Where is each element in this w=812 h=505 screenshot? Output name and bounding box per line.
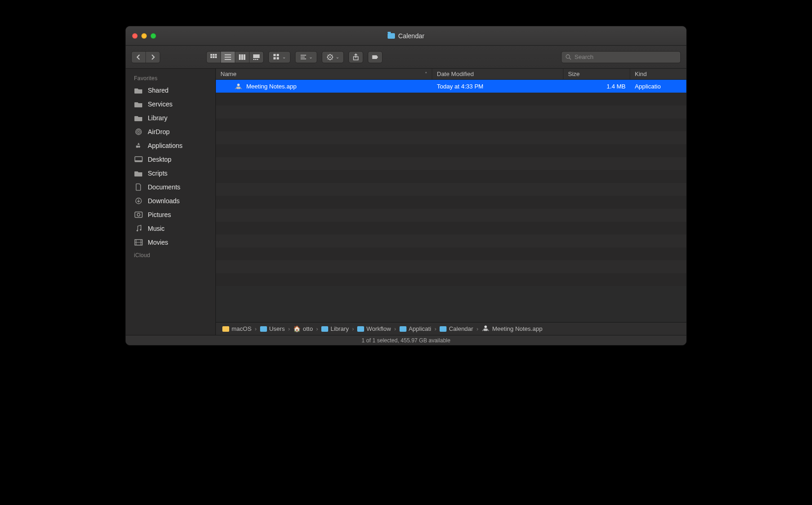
sidebar-item-library[interactable]: Library	[126, 111, 215, 125]
path-label: Workflow	[366, 325, 391, 332]
path-label: Users	[269, 325, 285, 332]
sidebar-item-label: Services	[148, 100, 173, 108]
sidebar-item-label: Library	[148, 114, 168, 122]
action-button[interactable]: ⌄	[322, 52, 343, 63]
svg-point-26	[566, 54, 570, 58]
list-view-button[interactable]	[221, 52, 235, 63]
svg-rect-6	[225, 54, 231, 55]
file-size-cell: 1.4 MB	[563, 80, 630, 93]
tags-button[interactable]	[368, 52, 382, 63]
column-label: Date Modified	[437, 70, 474, 77]
folder-icon	[134, 87, 143, 94]
path-bar[interactable]: macOS›Users›🏠otto›Library›Workflow›Appli…	[216, 322, 686, 335]
svg-point-29	[138, 131, 139, 133]
search-input[interactable]	[574, 53, 677, 60]
close-button[interactable]	[132, 33, 138, 39]
desktop-icon	[134, 156, 143, 163]
file-kind-cell: Applicatio	[630, 80, 686, 93]
sidebar-item-music[interactable]: Music	[126, 222, 215, 235]
empty-row	[216, 144, 686, 157]
empty-row	[216, 260, 686, 273]
sidebar-item-applications[interactable]: Applications	[126, 139, 215, 153]
path-segment[interactable]: Workflow	[357, 325, 391, 332]
path-label: Calendar	[449, 325, 473, 332]
pictures-icon	[134, 211, 143, 218]
path-label: otto	[303, 325, 313, 332]
gallery-view-button[interactable]	[249, 52, 263, 63]
svg-rect-10	[241, 54, 243, 60]
column-view-button[interactable]	[235, 52, 249, 63]
folder-icon	[134, 100, 143, 108]
column-label: Kind	[635, 70, 647, 77]
sidebar-item-airdrop[interactable]: AirDrop	[126, 125, 215, 139]
column-header-kind[interactable]: Kind	[630, 69, 686, 79]
minimize-button[interactable]	[141, 33, 147, 39]
file-date-cell: Today at 4:33 PM	[432, 80, 563, 93]
empty-row	[216, 118, 686, 131]
svg-rect-3	[210, 56, 212, 58]
empty-row	[216, 209, 686, 222]
sidebar[interactable]: FavoritesSharedServicesLibraryAirDropApp…	[126, 69, 216, 335]
svg-point-34	[137, 213, 140, 216]
path-label: Applicati	[409, 325, 431, 332]
path-segment[interactable]: Meeting Notes.app	[481, 324, 542, 334]
forward-button[interactable]	[146, 52, 160, 63]
svg-rect-12	[253, 54, 260, 58]
folder-icon	[440, 326, 447, 332]
svg-rect-15	[257, 59, 258, 60]
tags-button-group	[368, 51, 383, 63]
column-header-name[interactable]: Name ˄	[216, 69, 432, 79]
svg-rect-13	[253, 59, 255, 60]
finder-window: Calendar	[125, 26, 687, 346]
fullscreen-button[interactable]	[151, 33, 156, 39]
folder-icon	[260, 326, 267, 332]
search-field[interactable]	[561, 51, 681, 63]
path-segment[interactable]: 🏠otto	[293, 325, 313, 332]
status-text: 1 of 1 selected, 455.97 GB available	[362, 337, 451, 344]
empty-row	[216, 273, 686, 286]
empty-row	[216, 131, 686, 144]
downloads-icon	[134, 197, 143, 205]
sidebar-item-scripts[interactable]: Scripts	[126, 166, 215, 180]
sidebar-item-shared[interactable]: Shared	[126, 83, 215, 97]
action-button-group: ⌄	[322, 51, 344, 63]
sidebar-item-pictures[interactable]: Pictures	[126, 208, 215, 222]
empty-row	[216, 235, 686, 247]
arrange-button[interactable]: ⌄	[296, 52, 317, 63]
sidebar-item-downloads[interactable]: Downloads	[126, 194, 215, 208]
svg-rect-14	[255, 59, 256, 60]
svg-rect-2	[215, 54, 217, 56]
path-segment[interactable]: Applicati	[400, 325, 431, 332]
path-segment[interactable]: Users	[260, 325, 285, 332]
sidebar-item-movies[interactable]: Movies	[126, 235, 215, 249]
share-button[interactable]	[349, 52, 363, 63]
path-segment[interactable]: Calendar	[440, 325, 473, 332]
group-button[interactable]: ⌄	[269, 52, 290, 63]
icon-view-button[interactable]	[207, 52, 221, 63]
window-body: FavoritesSharedServicesLibraryAirDropApp…	[126, 69, 686, 335]
path-segment[interactable]: Library	[321, 325, 349, 332]
folder-icon	[321, 326, 328, 332]
column-header-size[interactable]: Size	[563, 69, 630, 79]
svg-rect-8	[225, 59, 231, 60]
back-button[interactable]	[132, 52, 146, 63]
svg-rect-9	[239, 54, 241, 60]
sidebar-item-label: Scripts	[148, 170, 168, 177]
file-row[interactable]: Meeting Notes.appToday at 4:33 PM1.4 MBA…	[216, 80, 686, 93]
sidebar-item-documents[interactable]: Documents	[126, 180, 215, 194]
sidebar-section-header: iCloud	[126, 249, 215, 260]
path-separator-icon: ›	[287, 325, 291, 332]
folder-icon	[357, 326, 364, 332]
svg-rect-1	[213, 54, 215, 56]
svg-point-24	[330, 56, 331, 58]
svg-point-35	[137, 230, 139, 232]
file-list[interactable]: Meeting Notes.appToday at 4:33 PM1.4 MBA…	[216, 80, 686, 322]
sidebar-item-services[interactable]: Services	[126, 97, 215, 111]
path-segment[interactable]: macOS	[222, 325, 251, 332]
column-header-date[interactable]: Date Modified	[432, 69, 563, 79]
movies-icon	[134, 239, 143, 246]
view-buttons	[206, 51, 264, 63]
path-label: macOS	[232, 325, 251, 332]
path-separator-icon: ›	[351, 325, 355, 332]
sidebar-item-desktop[interactable]: Desktop	[126, 153, 215, 166]
